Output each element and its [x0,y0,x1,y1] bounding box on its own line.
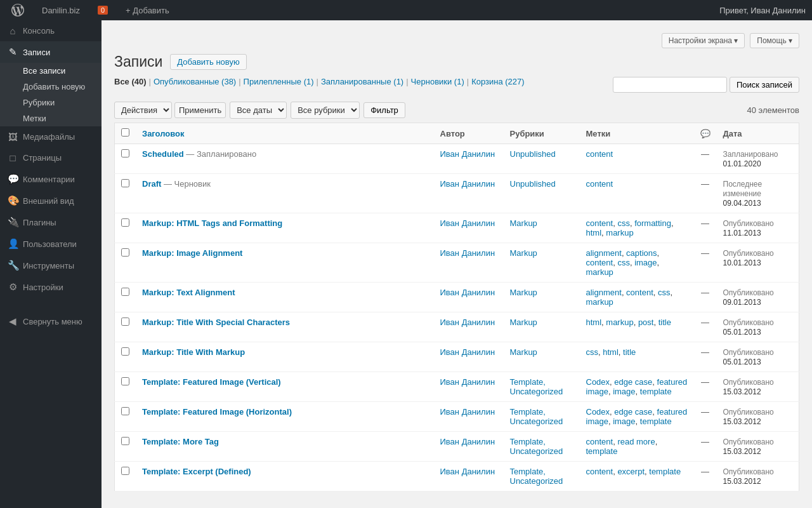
post-title-link[interactable]: Markup: Image Alignment [142,248,242,258]
sidebar-item-posts[interactable]: ✎ Записи [0,41,102,63]
submenu-all-posts[interactable]: Все записи [0,63,102,79]
sidebar-item-tools[interactable]: 🔧 Инструменты [0,255,102,276]
apply-button[interactable]: Применить [174,102,226,118]
tag-link[interactable]: css [586,347,599,357]
tag-link[interactable]: Codex [586,377,610,387]
tag-link[interactable]: content [586,218,613,228]
tag-link[interactable]: content [626,288,653,297]
row-checkbox[interactable] [121,407,129,415]
tag-link[interactable]: image [634,258,657,267]
post-title-link[interactable]: Markup: Title With Special Characters [142,318,290,327]
row-checkbox[interactable] [121,288,129,296]
author-link[interactable]: Иван Данилин [440,149,495,159]
row-checkbox[interactable] [121,149,129,157]
sidebar-item-collapse[interactable]: ◀ Свернуть меню [0,311,102,332]
category-link[interactable]: Template, Uncategorized [510,437,563,456]
tag-link[interactable]: edge case [614,377,652,387]
author-link[interactable]: Иван Данилин [440,288,495,297]
title-sort-link[interactable]: Заголовок [142,129,185,138]
tag-link[interactable]: alignment [586,288,622,297]
post-title-link[interactable]: Scheduled [142,149,184,159]
post-title-link[interactable]: Template: Featured Image (Vertical) [142,377,281,387]
sidebar-item-console[interactable]: ⌂ Консоль [0,20,102,41]
tag-link[interactable]: alignment [586,248,622,258]
tag-link[interactable]: css [617,218,630,228]
tag-link[interactable]: post [638,318,654,327]
tag-link[interactable]: read more [617,437,655,446]
author-link[interactable]: Иван Данилин [440,318,495,327]
author-link[interactable]: Иван Данилин [440,377,495,387]
post-title-link[interactable]: Template: Featured Image (Horizontal) [142,407,292,417]
row-checkbox[interactable] [121,318,129,326]
add-new-button[interactable]: Добавить новую [170,54,246,70]
tag-link[interactable]: image [613,387,635,396]
tag-link[interactable]: edge case [614,407,652,417]
wp-logo-item[interactable] [6,0,29,20]
post-title-link[interactable]: Template: More Tag [142,437,219,446]
tag-link[interactable]: captions [626,248,657,258]
tag-link[interactable]: excerpt [617,467,645,476]
post-title-link[interactable]: Markup: Text Alignment [142,288,235,297]
category-link[interactable]: Unpublished [510,179,556,189]
tag-link[interactable]: template [586,446,618,456]
submenu-categories[interactable]: Рубрики [0,95,102,110]
tag-link[interactable]: title [623,347,636,357]
filter-button[interactable]: Фильтр [363,102,405,118]
tag-link[interactable]: markup [586,267,613,277]
row-checkbox[interactable] [121,347,129,356]
author-link[interactable]: Иван Данилин [440,407,495,417]
category-link[interactable]: Markup [510,218,537,228]
tag-link[interactable]: content [586,179,613,189]
tag-link[interactable]: content [586,467,613,476]
author-link[interactable]: Иван Данилин [440,437,495,446]
author-link[interactable]: Иван Данилин [440,179,495,189]
filter-published[interactable]: Опубликованные (38) [154,77,236,86]
category-link[interactable]: Unpublished [510,149,556,159]
tag-link[interactable]: template [640,387,672,396]
comment-count-item[interactable]: 0 [93,0,113,20]
tag-link[interactable]: html [586,318,602,327]
tag-link[interactable]: formatting [634,218,671,228]
row-checkbox[interactable] [121,248,129,257]
filter-sticky[interactable]: Прилепленные (1) [244,77,314,86]
filter-all[interactable]: Все (40) [114,77,147,86]
dates-select[interactable]: Все даты [230,102,287,119]
author-link[interactable]: Иван Данилин [440,347,495,357]
tag-link[interactable]: css [617,258,630,267]
tag-link[interactable]: markup [606,228,633,237]
sidebar-item-users[interactable]: 👤 Пользователи [0,233,102,255]
row-checkbox[interactable] [121,437,129,445]
row-checkbox[interactable] [121,218,129,227]
post-title-link[interactable]: Template: Excerpt (Defined) [142,467,251,476]
tag-link[interactable]: markup [606,318,633,327]
sidebar-item-plugins[interactable]: 🔌 Плагины [0,211,102,233]
tag-link[interactable]: markup [586,297,613,307]
category-link[interactable]: Markup [510,288,537,297]
site-name-item[interactable]: Danilin.biz [37,0,85,20]
select-all-checkbox[interactable] [121,128,129,137]
post-title-link[interactable]: Markup: Title With Markup [142,347,245,357]
filter-scheduled[interactable]: Запланированные (1) [321,77,403,86]
search-input[interactable] [613,77,727,93]
tag-link[interactable]: html [586,228,602,237]
sidebar-item-media[interactable]: 🖼 Медиафайлы [0,126,102,147]
filter-drafts[interactable]: Черновики (1) [411,77,464,86]
row-checkbox[interactable] [121,467,129,475]
submenu-tags[interactable]: Метки [0,110,102,126]
sidebar-item-settings[interactable]: ⚙ Настройки [0,276,102,298]
tag-link[interactable]: Codex [586,407,610,417]
submenu-add-new[interactable]: Добавить новую [0,79,102,95]
tag-link[interactable]: content [586,437,613,446]
sidebar-item-pages[interactable]: □ Страницы [0,147,102,168]
screen-options-button[interactable]: Настройки экрана ▾ [662,33,745,48]
tag-link[interactable]: template [640,417,672,426]
tag-link[interactable]: image [613,417,635,426]
sidebar-item-comments[interactable]: 💬 Комментарии [0,168,102,190]
author-link[interactable]: Иван Данилин [440,218,495,228]
author-link[interactable]: Иван Данилин [440,248,495,258]
row-checkbox[interactable] [121,377,129,385]
filter-trash[interactable]: Корзина (227) [471,77,524,86]
add-item[interactable]: + Добавить [121,0,174,20]
tag-link[interactable]: html [603,347,619,357]
author-link[interactable]: Иван Данилин [440,467,495,476]
